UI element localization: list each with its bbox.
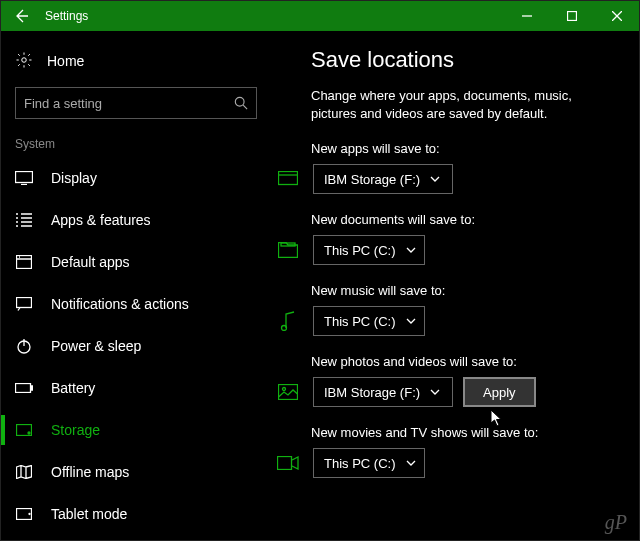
setting-movies-tv: New movies and TV shows will save to: Th…	[311, 425, 619, 478]
arrow-left-icon	[13, 8, 29, 24]
maximize-icon	[567, 11, 577, 21]
settings-window: { "titlebar": { "title": "Settings" }, "…	[0, 0, 640, 541]
back-button[interactable]	[1, 1, 41, 31]
svg-point-16	[283, 388, 286, 391]
svg-rect-12	[279, 172, 298, 185]
map-icon	[15, 465, 33, 479]
apps-icon	[277, 169, 299, 189]
cursor-icon	[490, 409, 504, 427]
window-controls	[504, 1, 639, 31]
svg-rect-7	[16, 384, 31, 393]
power-icon	[15, 338, 33, 354]
sidebar-item-power-sleep[interactable]: Power & sleep	[1, 325, 271, 367]
battery-icon	[15, 383, 33, 393]
svg-rect-3	[16, 172, 33, 183]
sidebar-item-default-apps[interactable]: Default apps	[1, 241, 271, 283]
home-nav[interactable]: Home	[1, 41, 271, 81]
dropdown-value: IBM Storage (F:)	[324, 172, 420, 187]
svg-rect-4	[17, 256, 32, 269]
content-area: Home Find a setting System Display Apps …	[1, 31, 639, 540]
setting-label: New photos and videos will save to:	[311, 354, 619, 369]
tablet-icon	[15, 508, 33, 520]
sidebar-item-notifications[interactable]: Notifications & actions	[1, 283, 271, 325]
sidebar-item-label: Tablet mode	[51, 506, 127, 522]
svg-point-2	[235, 97, 244, 106]
music-location-dropdown[interactable]: This PC (C:)	[313, 306, 425, 336]
setting-label: New documents will save to:	[311, 212, 619, 227]
setting-music: New music will save to: This PC (C:)	[311, 283, 619, 336]
sidebar-item-label: Notifications & actions	[51, 296, 189, 312]
apply-button[interactable]: Apply	[463, 377, 536, 407]
chevron-down-icon	[406, 247, 416, 253]
sidebar-item-label: Power & sleep	[51, 338, 141, 354]
photos-icon	[277, 382, 299, 402]
dropdown-value: This PC (C:)	[324, 314, 396, 329]
music-icon	[277, 311, 299, 331]
list-icon	[15, 213, 33, 227]
sidebar-item-display[interactable]: Display	[1, 157, 271, 199]
apply-label: Apply	[483, 385, 516, 400]
window-title: Settings	[41, 9, 504, 23]
watermark: gP	[605, 511, 627, 534]
chevron-down-icon	[430, 389, 440, 395]
sidebar-item-storage[interactable]: Storage	[1, 409, 271, 451]
search-input[interactable]: Find a setting	[15, 87, 257, 119]
setting-label: New music will save to:	[311, 283, 619, 298]
page-description: Change where your apps, documents, music…	[311, 87, 619, 123]
search-icon	[234, 96, 248, 110]
storage-icon	[15, 424, 33, 436]
chevron-down-icon	[406, 318, 416, 324]
close-icon	[612, 11, 622, 21]
sidebar-item-battery[interactable]: Battery	[1, 367, 271, 409]
svg-rect-0	[567, 12, 576, 21]
sidebar-item-tablet-mode[interactable]: Tablet mode	[1, 493, 271, 535]
photos-location-dropdown[interactable]: IBM Storage (F:)	[313, 377, 453, 407]
close-button[interactable]	[594, 1, 639, 31]
sidebar-item-apps-features[interactable]: Apps & features	[1, 199, 271, 241]
search-placeholder: Find a setting	[24, 96, 102, 111]
main-panel: Save locations Change where your apps, d…	[271, 31, 639, 540]
chevron-down-icon	[430, 176, 440, 182]
setting-label: New movies and TV shows will save to:	[311, 425, 619, 440]
sidebar-item-label: Storage	[51, 422, 100, 438]
sidebar-item-label: Apps & features	[51, 212, 151, 228]
apps-location-dropdown[interactable]: IBM Storage (F:)	[313, 164, 453, 194]
setting-photos-videos: New photos and videos will save to: IBM …	[311, 354, 619, 407]
default-apps-icon	[15, 255, 33, 269]
setting-apps: New apps will save to: IBM Storage (F:)	[311, 141, 619, 194]
sidebar-item-label: Display	[51, 170, 97, 186]
svg-point-1	[22, 57, 27, 62]
dropdown-value: This PC (C:)	[324, 456, 396, 471]
documents-icon	[277, 240, 299, 260]
sidebar-item-label: Battery	[51, 380, 95, 396]
setting-label: New apps will save to:	[311, 141, 619, 156]
setting-documents: New documents will save to: This PC (C:)	[311, 212, 619, 265]
titlebar: Settings	[1, 1, 639, 31]
chevron-down-icon	[406, 460, 416, 466]
svg-point-9	[28, 432, 30, 434]
notifications-icon	[15, 297, 33, 311]
minimize-icon	[522, 11, 532, 21]
svg-point-11	[29, 514, 30, 515]
maximize-button[interactable]	[549, 1, 594, 31]
section-header: System	[1, 131, 271, 157]
minimize-button[interactable]	[504, 1, 549, 31]
home-label: Home	[47, 53, 84, 69]
gear-icon	[15, 51, 33, 72]
documents-location-dropdown[interactable]: This PC (C:)	[313, 235, 425, 265]
sidebar-item-label: Default apps	[51, 254, 130, 270]
movies-location-dropdown[interactable]: This PC (C:)	[313, 448, 425, 478]
sidebar: Home Find a setting System Display Apps …	[1, 31, 271, 540]
svg-rect-5	[17, 298, 32, 308]
sidebar-item-offline-maps[interactable]: Offline maps	[1, 451, 271, 493]
video-icon	[277, 453, 299, 473]
dropdown-value: This PC (C:)	[324, 243, 396, 258]
sidebar-item-label: Offline maps	[51, 464, 129, 480]
display-icon	[15, 171, 33, 185]
page-title: Save locations	[311, 47, 619, 73]
dropdown-value: IBM Storage (F:)	[324, 385, 420, 400]
svg-rect-17	[278, 457, 292, 470]
